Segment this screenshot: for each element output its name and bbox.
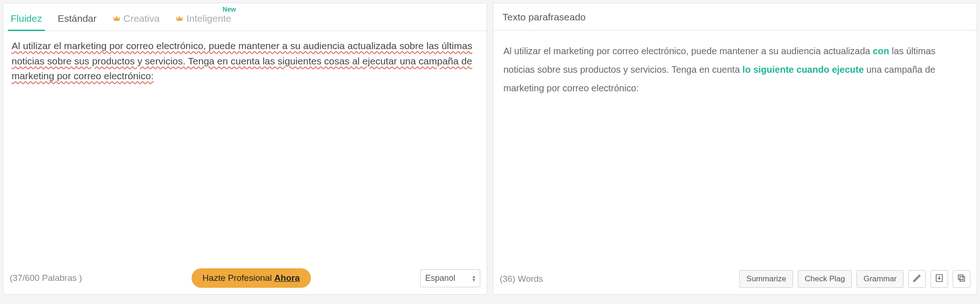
tab-estandar-label: Estándar: [58, 13, 97, 24]
tab-estandar[interactable]: Estándar: [55, 7, 99, 31]
crown-icon: [112, 15, 121, 22]
check-plag-button[interactable]: Check Plag: [798, 270, 852, 288]
grammar-button[interactable]: Grammar: [856, 270, 904, 288]
crown-icon: [175, 15, 184, 22]
output-panel: Texto parafraseado Al utilizar el market…: [493, 3, 977, 295]
input-panel: Fluidez Estándar Creativa Inteligente Ne…: [3, 3, 487, 295]
output-footer: (36) Words Summarize Check Plag Grammar: [493, 266, 977, 294]
tab-creativa[interactable]: Creativa: [110, 7, 162, 31]
edit-button[interactable]: [908, 270, 926, 288]
download-button[interactable]: [930, 270, 948, 288]
go-pro-prefix: Hazte Profesional: [203, 273, 274, 283]
tab-inteligente-label: Inteligente: [186, 13, 231, 24]
tab-inteligente[interactable]: Inteligente New: [173, 7, 234, 31]
go-pro-bold: Ahora: [274, 273, 300, 283]
summarize-button[interactable]: Summarize: [739, 270, 793, 288]
svg-rect-1: [960, 276, 965, 281]
language-value: Espanol: [425, 273, 455, 283]
output-highlight: lo siguiente cuando ejecute: [743, 64, 864, 75]
output-textarea[interactable]: Al utilizar el marketing por correo elec…: [493, 31, 977, 266]
app-root: Fluidez Estándar Creativa Inteligente Ne…: [3, 3, 977, 295]
check-plag-label: Check Plag: [805, 274, 845, 283]
input-footer: (37/600 Palabras ) Hazte Profesional Aho…: [3, 264, 487, 294]
new-badge: New: [223, 6, 236, 13]
summarize-label: Summarize: [746, 274, 786, 283]
tab-fluidez-label: Fluidez: [11, 13, 42, 24]
svg-rect-2: [958, 275, 963, 279]
output-header: Texto parafraseado: [493, 3, 977, 31]
mode-tabs: Fluidez Estándar Creativa Inteligente Ne…: [3, 3, 487, 31]
input-textarea[interactable]: Al utilizar el marketing por correo elec…: [3, 31, 487, 264]
input-text-segment: Al utilizar el marketing por correo elec…: [12, 40, 472, 81]
language-select[interactable]: Espanol ▴▾: [420, 269, 480, 287]
chevron-updown-icon: ▴▾: [472, 274, 475, 282]
input-wordcount: (37/600 Palabras ): [10, 273, 82, 283]
output-title: Texto parafraseado: [502, 12, 586, 22]
pencil-icon: [912, 273, 922, 285]
tab-fluidez[interactable]: Fluidez: [8, 7, 45, 31]
go-pro-button[interactable]: Hazte Profesional Ahora: [192, 268, 311, 288]
output-wordcount: (36) Words: [500, 274, 543, 284]
tab-creativa-label: Creativa: [124, 13, 160, 24]
copy-icon: [957, 273, 966, 285]
grammar-label: Grammar: [863, 274, 897, 283]
copy-button[interactable]: [953, 270, 970, 288]
output-seg: Al utilizar el marketing por correo elec…: [503, 46, 873, 56]
download-icon: [935, 273, 944, 285]
output-highlight: con: [873, 46, 889, 56]
